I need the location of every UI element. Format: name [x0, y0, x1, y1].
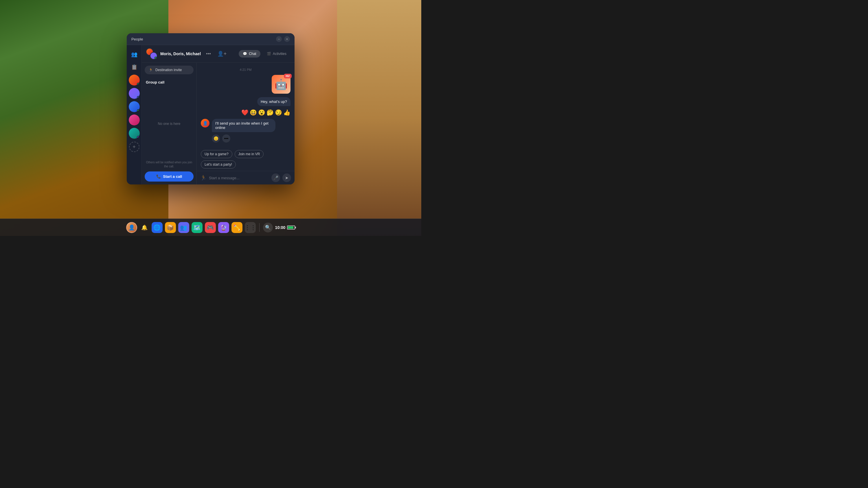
call-icon: 📞 [156, 174, 161, 178]
window-titlebar: People − × [127, 33, 294, 45]
taskbar: 👤 🔔 🌐 📦 👥 🗺️ 🎮 🔮 ✏️ ⋮⋮ 🔍 10:00 [0, 219, 421, 236]
chat-header: Moris, Doris, Michael ••• 👤+ 💬 Chat 🎬 Ac… [142, 45, 294, 63]
taskbar-icon-store[interactable]: 📦 [165, 222, 176, 233]
sidebar-avatar-4[interactable] [129, 115, 140, 126]
incoming-avatar: 👤 [201, 119, 210, 128]
sticker-badge: Hi! [284, 74, 292, 78]
sidebar-avatar-1[interactable] [129, 74, 140, 86]
start-call-label: Start a call [163, 174, 182, 178]
send-button[interactable]: ➤ [282, 173, 291, 182]
destination-icon[interactable]: 🏃 [200, 174, 207, 181]
minimize-button[interactable]: − [276, 36, 282, 42]
group-call-section: Group call No one is here Others will be… [142, 77, 196, 185]
destination-invite-label: Destination invite [155, 68, 182, 72]
window-title: People [131, 37, 143, 41]
quick-reply-party[interactable]: Let's start a party! [201, 160, 236, 168]
chat-tab-label: Chat [249, 52, 256, 56]
sticker-area: 🤖 Hi! [201, 75, 290, 94]
add-contact-button[interactable]: + [129, 142, 140, 152]
taskbar-icon-grid[interactable]: ⋮⋮ [245, 222, 256, 233]
message-row-1: Hey, what's up? [201, 97, 290, 106]
start-call-button[interactable]: 📞 Start a call [145, 171, 193, 182]
sidebar-avatar-2[interactable] [129, 88, 140, 99]
destination-invite-button[interactable]: 🏃 Destination invite [145, 66, 193, 74]
invite-icon-button[interactable]: 👤+ [216, 50, 228, 58]
clock-display: 10:00 [275, 225, 286, 230]
quick-reply-game[interactable]: Up for a game? [201, 150, 232, 158]
right-panel: 4:21 PM 🤖 Hi! Hey, what's up? [197, 63, 294, 185]
chat-messages: 4:21 PM 🤖 Hi! Hey, what's up? [197, 63, 294, 148]
header-left: Moris, Doris, Michael ••• 👤+ [146, 48, 228, 60]
sidebar-icon-people[interactable]: 👥 [128, 48, 140, 60]
panels-row: 🏃 Destination invite Group call No one i… [142, 63, 294, 185]
taskbar-icon-people[interactable]: 👥 [178, 222, 189, 233]
sidebar-avatar-5[interactable] [129, 128, 140, 139]
more-options-button[interactable]: ••• [204, 50, 213, 58]
quick-replies: Up for a game? Join me in VR Let's start… [197, 148, 294, 171]
emoji-react-button[interactable]: 😊 [212, 134, 220, 142]
group-name: Moris, Doris, Michael [160, 52, 201, 56]
time-label: 4:21 PM [201, 68, 290, 71]
group-call-title: Group call [142, 77, 196, 87]
call-empty-area: No one is here [142, 87, 196, 160]
no-one-text: No one is here [158, 122, 180, 126]
taskbar-time: 10:00 [275, 225, 296, 230]
taskbar-icon-game[interactable]: 🎮 [205, 222, 216, 233]
sticker: 🤖 Hi! [272, 75, 290, 94]
taskbar-divider [259, 223, 259, 232]
tab-activities[interactable]: 🎬 Activities [263, 50, 290, 58]
notification-bell[interactable]: 🔔 [140, 223, 149, 232]
taskbar-icon-pencil[interactable]: ✏️ [231, 222, 243, 233]
message-input[interactable] [209, 176, 269, 180]
left-panel: 🏃 Destination invite Group call No one i… [142, 63, 197, 185]
people-window: People − × 👥 📋 [127, 33, 294, 185]
sidebar-avatar-3[interactable] [129, 101, 140, 112]
header-right: 💬 Chat 🎬 Activities [239, 50, 290, 58]
battery-fill [288, 226, 293, 229]
taskbar-icon-map[interactable]: 🗺️ [191, 222, 203, 233]
taskbar-avatar[interactable]: 👤 [126, 222, 137, 233]
activities-tab-icon: 🎬 [267, 52, 271, 56]
window-body: 👥 📋 + [127, 45, 294, 185]
mic-button[interactable]: 🎤 [271, 173, 280, 182]
tab-chat[interactable]: 💬 Chat [239, 50, 260, 58]
taskbar-icon-browser[interactable]: 🌐 [152, 222, 163, 233]
message-more-button[interactable]: ••• [222, 134, 230, 142]
taskbar-search[interactable]: 🔍 [263, 223, 273, 232]
close-button[interactable]: × [284, 36, 290, 42]
taskbar-icon-vr[interactable]: 🔮 [218, 222, 229, 233]
message-actions: 😊 ••• [212, 133, 275, 144]
quick-reply-vr[interactable]: Join me in VR [235, 150, 264, 158]
chat-tab-icon: 💬 [243, 52, 247, 56]
sidebar-icon-contacts[interactable]: 📋 [128, 61, 140, 73]
message-bubble-1: Hey, what's up? [257, 97, 290, 106]
message-bubble-2: I'll send you an invite when I get onlin… [212, 119, 275, 132]
message-row-2: 👤 I'll send you an invite when I get onl… [201, 119, 290, 144]
window-controls: − × [276, 36, 290, 42]
emoji-reactions: ❤️ 😆 😮 🤔 😏 👍 [201, 109, 290, 116]
main-content: Moris, Doris, Michael ••• 👤+ 💬 Chat 🎬 Ac… [142, 45, 294, 185]
notification-text: Others will be notified when you join th… [142, 160, 196, 168]
activities-tab-label: Activities [273, 52, 286, 56]
group-avatars [146, 48, 157, 60]
chat-input-area: 🏃 🎤 ➤ [197, 171, 294, 185]
battery-icon [287, 226, 295, 230]
destination-invite-icon: 🏃 [149, 68, 153, 72]
sidebar: 👥 📋 + [127, 45, 142, 185]
